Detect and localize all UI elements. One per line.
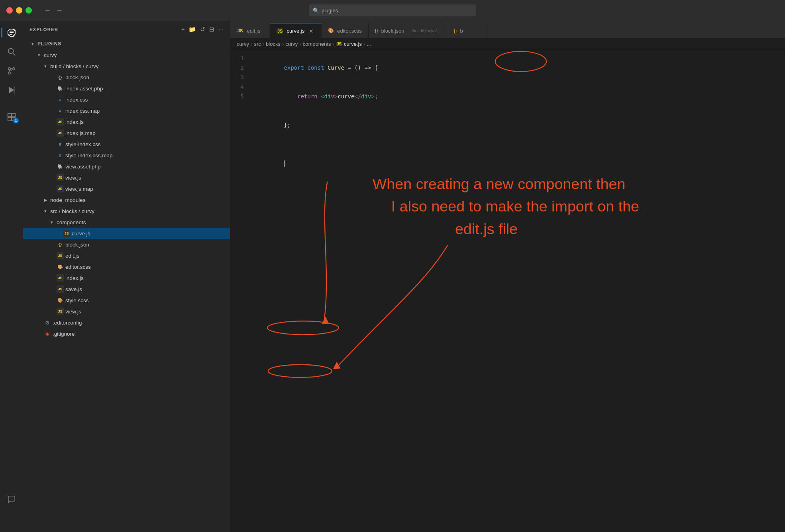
tree-item-node-modules[interactable]: ▶ node_modules	[23, 194, 230, 205]
bc-src: src	[254, 41, 261, 47]
tree-item-editorconfig[interactable]: ⚙ .editorconfig	[23, 317, 230, 328]
bc-components: components	[303, 41, 331, 47]
collapse-icon[interactable]: ⊟	[209, 26, 214, 33]
view-js-map-label: view.js.map	[65, 186, 230, 192]
index-js-2-label: index.js	[65, 275, 230, 281]
b-tab-label: b	[460, 28, 463, 34]
extensions-badge: 1	[13, 118, 19, 123]
tree-item-view-js[interactable]: JS view.js	[23, 172, 230, 183]
tree-item-index-js[interactable]: JS index.js	[23, 116, 230, 127]
activity-source-control[interactable]	[3, 62, 20, 80]
tree-item-index-js-map[interactable]: JS index.js.map	[23, 127, 230, 139]
block-json-2-label: block.json	[65, 242, 230, 248]
activity-extensions[interactable]: 1	[3, 108, 20, 126]
view-js-2-label: view.js	[65, 309, 230, 315]
activity-chat[interactable]	[3, 491, 20, 508]
svg-rect-1	[10, 32, 14, 33]
back-arrow[interactable]: ←	[44, 6, 51, 15]
code-line-1: export const Curve = () => {	[250, 53, 777, 82]
tree-item-curve-js[interactable]: JS curve.js	[23, 228, 230, 239]
tree-item-index-js-2[interactable]: JS index.js	[23, 272, 230, 284]
code-line-4	[250, 139, 777, 149]
bc-dots: ...	[367, 41, 371, 47]
tree-item-edit-js[interactable]: JS edit.js	[23, 250, 230, 261]
editor-scss-tab-label: editor.scss	[337, 28, 361, 34]
line-numbers: 1 2 3 4 5	[230, 53, 250, 529]
activity-search[interactable]	[3, 43, 20, 61]
command-palette[interactable]: 🔍 plugins	[309, 4, 476, 16]
tree-item-index-asset-php[interactable]: 🐘 index.asset.php	[23, 83, 230, 94]
js-icon-1: JS	[57, 118, 64, 125]
block-json-path: ../build/blocks/...	[409, 28, 441, 33]
editorconfig-label: .editorconfig	[53, 320, 230, 326]
style-scss-icon: 🎨	[57, 297, 64, 304]
tab-block-json[interactable]: {} block.json ../build/blocks/...	[369, 23, 447, 38]
minimize-button[interactable]	[16, 7, 22, 14]
new-file-icon[interactable]: +	[181, 26, 185, 33]
build-blocks-curvy-label: build / blocks / curvy	[50, 63, 230, 69]
tab-curve-js[interactable]: JS curve.js ✕	[270, 23, 322, 38]
tree-item-style-index-css[interactable]: # style-index.css	[23, 139, 230, 150]
code-content[interactable]: export const Curve = () => { return <div…	[250, 53, 785, 529]
git-icon: ◈	[44, 330, 51, 337]
forward-arrow[interactable]: →	[56, 6, 63, 15]
index-asset-php-label: index.asset.php	[65, 86, 230, 92]
tree-item-src-blocks-curvy[interactable]: ▾ src / blocks / curvy	[23, 205, 230, 217]
code-line-3: };	[250, 111, 777, 139]
tree-item-gitignore[interactable]: ◈ .gitignore	[23, 328, 230, 339]
editor-scss-label: editor.scss	[65, 264, 230, 270]
code-line-5	[250, 149, 777, 178]
plugins-root[interactable]: ▾ PLUGINS	[23, 38, 230, 49]
svg-point-3	[8, 49, 14, 54]
view-js-label: view.js	[65, 175, 230, 181]
activity-run[interactable]	[3, 81, 20, 99]
tree-item-view-js-2[interactable]: JS view.js	[23, 306, 230, 317]
svg-rect-10	[8, 113, 11, 117]
tree-item-style-scss[interactable]: 🎨 style.scss	[23, 295, 230, 306]
block-json-tab-label: block.json	[381, 28, 404, 34]
tree-item-style-index-css-map[interactable]: # style-index.css.map	[23, 150, 230, 161]
tree-item-curvy[interactable]: ▾ curvy	[23, 49, 230, 61]
svg-rect-12	[8, 117, 11, 121]
maximize-button[interactable]	[26, 7, 32, 14]
tree-item-view-asset-php[interactable]: 🐘 view.asset.php	[23, 161, 230, 172]
bc-sep-6: ›	[363, 41, 365, 47]
tree-item-save-js[interactable]: JS save.js	[23, 284, 230, 295]
bc-sep-3: ›	[282, 41, 284, 47]
tree-item-index-css[interactable]: # index.css	[23, 94, 230, 105]
tree-item-build-blocks-curvy[interactable]: ▾ build / blocks / curvy	[23, 61, 230, 72]
tree-item-block-json[interactable]: {} block.json	[23, 72, 230, 83]
tree-item-editor-scss[interactable]: 🎨 editor.scss	[23, 261, 230, 272]
edit-js-tab-icon: JS	[237, 28, 243, 33]
tree-item-view-js-map[interactable]: JS view.js.map	[23, 183, 230, 194]
index-css-label: index.css	[65, 97, 230, 103]
curve-js-label: curve.js	[72, 231, 230, 237]
bc-sep-2: ›	[263, 41, 264, 47]
tree-item-block-json-2[interactable]: {} block.json	[23, 239, 230, 250]
save-js-icon: JS	[57, 286, 64, 293]
more-actions[interactable]: ···	[218, 26, 224, 33]
style-css-map-icon: #	[57, 152, 64, 159]
activity-explorer[interactable]	[3, 24, 20, 41]
close-button[interactable]	[6, 7, 13, 14]
sidebar-actions: + 📁 ↺ ⊟ ···	[181, 26, 224, 33]
sidebar: EXPLORER + 📁 ↺ ⊟ ··· ▾ PLUGINS ▾ curvy	[23, 21, 230, 532]
tab-b[interactable]: {} b	[447, 23, 487, 38]
svg-rect-2	[10, 34, 12, 35]
tree-item-index-css-map[interactable]: # index.css.map	[23, 105, 230, 116]
view-js-2-icon: JS	[57, 308, 64, 315]
tree-item-components[interactable]: ▾ components	[23, 217, 230, 228]
edit-js-icon: JS	[57, 252, 64, 259]
nav-arrows: ← →	[44, 6, 63, 15]
bc-curvy2: curvy	[285, 41, 298, 47]
css-map-icon: #	[57, 107, 64, 114]
tab-close-curve-js[interactable]: ✕	[308, 27, 315, 35]
style-index-css-map-label: style-index.css.map	[65, 153, 230, 158]
tab-edit-js[interactable]: JS edit.js	[230, 23, 270, 38]
chevron-components: ▾	[49, 219, 55, 225]
new-folder-icon[interactable]: 📁	[188, 26, 196, 33]
view-asset-php-label: view.asset.php	[65, 164, 230, 170]
php-icon: 🐘	[57, 85, 64, 92]
refresh-icon[interactable]: ↺	[200, 26, 205, 33]
tab-editor-scss[interactable]: 🎨 editor.scss	[322, 23, 368, 38]
